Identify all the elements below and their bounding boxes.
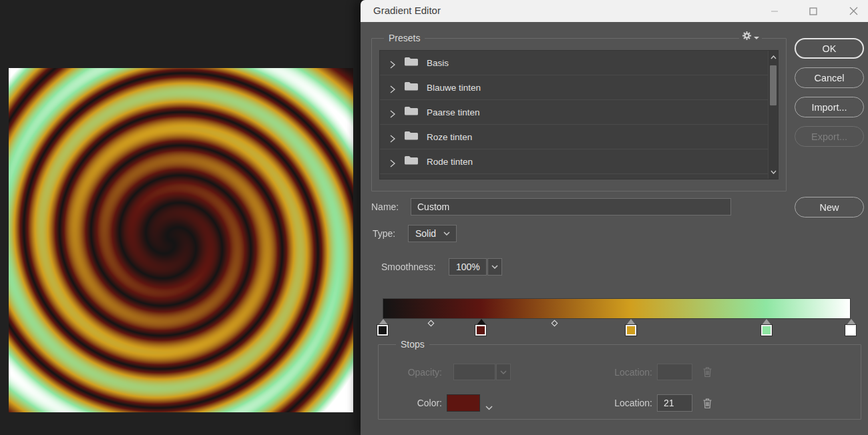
minimize-button[interactable]	[762, 0, 787, 22]
stop-arrow-icon	[379, 319, 388, 325]
gradient-editor-dialog: Gradient Editor Presets BasisB	[361, 0, 868, 435]
gradient-midpoint-diamond[interactable]	[427, 320, 434, 327]
location-input[interactable]	[657, 394, 692, 412]
preset-folder-row[interactable]: Roze tinten	[380, 125, 778, 149]
folder-icon	[404, 56, 419, 69]
name-input[interactable]	[411, 198, 731, 215]
expand-chevron-icon[interactable]	[389, 158, 396, 165]
presets-group: Presets BasisBlauwe tintenPaarse tintenR…	[371, 38, 787, 191]
expand-chevron-icon[interactable]	[389, 84, 396, 91]
stop-color-chip	[475, 325, 486, 336]
folder-icon	[404, 105, 419, 119]
stop-color-chip	[761, 325, 772, 336]
preset-folder-row[interactable]: Rode tinten	[380, 149, 778, 174]
presets-legend: Presets	[384, 32, 425, 44]
folder-icon	[404, 155, 419, 168]
gradient-stop[interactable]	[761, 319, 773, 336]
preset-folder-label: Paarse tinten	[427, 107, 480, 117]
gradient-stop-selected[interactable]	[475, 319, 487, 336]
presets-scrollbar[interactable]	[768, 51, 778, 179]
color-dropdown-button[interactable]	[485, 401, 493, 413]
preset-folder-row[interactable]: Paarse tinten	[380, 100, 778, 125]
close-icon	[849, 7, 858, 15]
folder-icon	[404, 81, 419, 94]
stop-color-chip	[845, 325, 856, 336]
type-value: Solid	[409, 228, 443, 239]
gear-icon	[742, 31, 752, 41]
preset-folder-row[interactable]: Basis	[380, 51, 778, 75]
presets-list: BasisBlauwe tintenPaarse tintenRoze tint…	[379, 50, 779, 179]
type-label: Type:	[373, 225, 395, 242]
stop-arrow-icon	[847, 319, 856, 325]
stop-color-chip	[626, 325, 636, 336]
chevron-down-icon	[500, 370, 507, 374]
chevron-down-icon	[443, 232, 450, 236]
trash-icon	[702, 398, 712, 409]
gradient-preview-bar[interactable]	[383, 298, 851, 319]
scroll-up-icon[interactable]	[769, 52, 778, 63]
smoothness-input[interactable]: 100%	[449, 258, 487, 276]
opacity-location-input	[657, 364, 692, 380]
opacity-input	[453, 364, 495, 380]
gradient-midpoint-diamond[interactable]	[552, 320, 558, 327]
chevron-down-icon	[485, 406, 493, 410]
minimize-icon	[771, 7, 779, 15]
gradient-stop[interactable]	[845, 319, 857, 336]
dialog-titlebar[interactable]: Gradient Editor	[361, 0, 868, 22]
stops-legend: Stops	[396, 338, 429, 350]
document-canvas-area	[0, 0, 361, 435]
preset-folder-row[interactable]: Blauwe tinten	[380, 75, 778, 100]
stop-arrow-icon	[477, 319, 486, 325]
name-label: Name:	[371, 198, 399, 215]
delete-stop-button[interactable]	[700, 396, 714, 411]
maximize-button[interactable]	[801, 0, 826, 22]
gradient-stop[interactable]	[377, 319, 389, 336]
location-label: Location:	[602, 394, 652, 412]
smoothness-dropdown-button[interactable]	[487, 258, 502, 276]
preset-folder-label: Blauwe tinten	[427, 83, 481, 93]
gear-caret-icon	[754, 37, 759, 39]
presets-menu-button[interactable]	[739, 31, 762, 41]
scroll-down-icon[interactable]	[769, 167, 778, 177]
color-swatch[interactable]	[447, 394, 480, 412]
delete-opacity-stop-button	[700, 364, 714, 380]
scrollbar-thumb[interactable]	[770, 65, 777, 105]
trash-icon	[702, 366, 712, 378]
type-select[interactable]: Solid	[408, 225, 457, 242]
preset-folder-label: Basis	[427, 58, 449, 68]
gradient-stop[interactable]	[626, 319, 637, 336]
cancel-button[interactable]: Cancel	[795, 67, 864, 88]
stop-color-chip	[377, 325, 388, 336]
chevron-down-icon	[491, 265, 498, 269]
preset-folder-label: Roze tinten	[427, 132, 472, 142]
screen: Gradient Editor Presets BasisB	[0, 0, 868, 435]
expand-chevron-icon[interactable]	[389, 109, 396, 115]
stop-arrow-icon	[762, 319, 771, 325]
new-button[interactable]: New	[795, 197, 864, 218]
export-button: Export...	[795, 126, 864, 147]
preset-folder-label: Rode tinten	[427, 157, 473, 167]
close-button[interactable]	[841, 0, 866, 22]
ok-button[interactable]: OK	[795, 38, 864, 59]
spiral-artwork	[9, 68, 353, 412]
expand-chevron-icon[interactable]	[389, 59, 396, 66]
dialog-title: Gradient Editor	[373, 5, 441, 16]
import-button[interactable]: Import...	[795, 97, 864, 117]
opacity-label: Opacity:	[379, 364, 442, 381]
color-label: Color:	[379, 394, 442, 412]
expand-chevron-icon[interactable]	[389, 133, 396, 140]
gradient-stop-markers	[383, 319, 851, 338]
stops-group: Stops Opacity: Location: Color:	[378, 344, 861, 420]
location-label-opacity: Location:	[602, 364, 652, 381]
smoothness-value: 100%	[449, 262, 487, 272]
stop-arrow-icon	[626, 319, 636, 325]
opacity-dropdown-button	[496, 364, 511, 380]
maximize-icon	[809, 7, 817, 15]
folder-icon	[404, 130, 419, 143]
smoothness-label: Smoothness:	[381, 258, 436, 276]
